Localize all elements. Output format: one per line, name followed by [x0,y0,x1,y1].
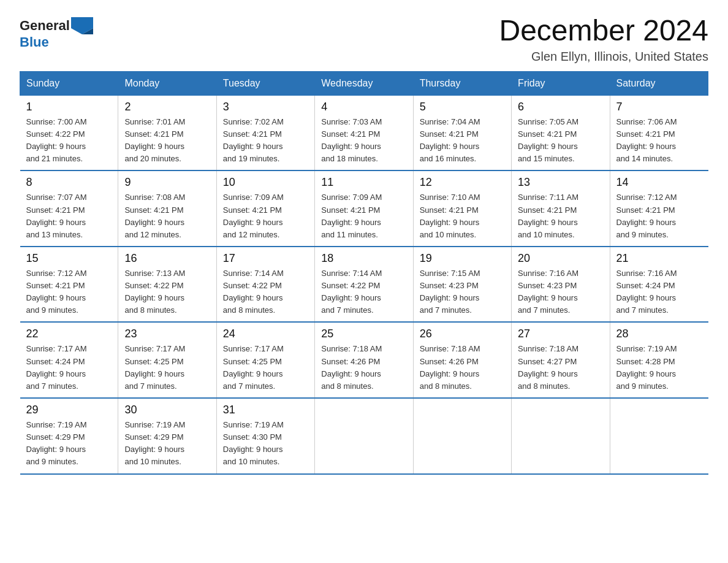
day-info: Sunrise: 7:17 AMSunset: 4:24 PMDaylight:… [26,343,112,393]
calendar-cell: 5Sunrise: 7:04 AMSunset: 4:21 PMDaylight… [413,95,511,170]
calendar-cell: 9Sunrise: 7:08 AMSunset: 4:21 PMDaylight… [118,170,216,247]
col-header-tuesday: Tuesday [216,71,314,95]
logo-blue: Blue [20,34,49,50]
col-header-wednesday: Wednesday [315,71,413,95]
logo: General Blue [20,17,93,50]
day-info: Sunrise: 7:06 AMSunset: 4:21 PMDaylight:… [616,116,702,166]
calendar-cell: 24Sunrise: 7:17 AMSunset: 4:25 PMDayligh… [216,322,314,398]
day-info: Sunrise: 7:07 AMSunset: 4:21 PMDaylight:… [26,191,112,241]
logo-general: General [20,18,70,34]
calendar-cell: 27Sunrise: 7:18 AMSunset: 4:27 PMDayligh… [512,322,610,398]
day-info: Sunrise: 7:08 AMSunset: 4:21 PMDaylight:… [124,191,210,241]
day-info: Sunrise: 7:18 AMSunset: 4:26 PMDaylight:… [420,343,505,393]
day-info: Sunrise: 7:15 AMSunset: 4:23 PMDaylight:… [420,267,505,317]
calendar-cell: 15Sunrise: 7:12 AMSunset: 4:21 PMDayligh… [20,247,118,323]
calendar-cell: 14Sunrise: 7:12 AMSunset: 4:21 PMDayligh… [610,170,708,247]
day-number: 14 [616,176,702,189]
calendar-cell: 29Sunrise: 7:19 AMSunset: 4:29 PMDayligh… [20,398,118,474]
day-info: Sunrise: 7:05 AMSunset: 4:21 PMDaylight:… [518,116,603,166]
calendar-cell [413,398,511,474]
calendar-cell: 17Sunrise: 7:14 AMSunset: 4:22 PMDayligh… [216,247,314,323]
day-info: Sunrise: 7:02 AMSunset: 4:21 PMDaylight:… [223,116,308,166]
calendar-cell: 6Sunrise: 7:05 AMSunset: 4:21 PMDaylight… [512,95,610,170]
day-info: Sunrise: 7:09 AMSunset: 4:21 PMDaylight:… [321,191,406,241]
day-info: Sunrise: 7:17 AMSunset: 4:25 PMDaylight:… [124,343,210,393]
day-number: 9 [124,176,210,189]
day-number: 23 [124,327,210,340]
calendar-cell: 31Sunrise: 7:19 AMSunset: 4:30 PMDayligh… [216,398,314,474]
calendar-cell: 11Sunrise: 7:09 AMSunset: 4:21 PMDayligh… [315,170,413,247]
calendar-cell: 19Sunrise: 7:15 AMSunset: 4:23 PMDayligh… [413,247,511,323]
calendar-week-row: 15Sunrise: 7:12 AMSunset: 4:21 PMDayligh… [20,247,708,323]
logo-icon [71,17,93,34]
day-info: Sunrise: 7:14 AMSunset: 4:22 PMDaylight:… [321,267,406,317]
day-number: 25 [321,327,406,340]
calendar-table: SundayMondayTuesdayWednesdayThursdayFrid… [20,71,708,475]
calendar-cell: 22Sunrise: 7:17 AMSunset: 4:24 PMDayligh… [20,322,118,398]
day-number: 24 [223,327,308,340]
calendar-cell: 12Sunrise: 7:10 AMSunset: 4:21 PMDayligh… [413,170,511,247]
day-info: Sunrise: 7:01 AMSunset: 4:21 PMDaylight:… [124,116,210,166]
day-number: 6 [518,101,603,113]
day-info: Sunrise: 7:19 AMSunset: 4:30 PMDaylight:… [223,419,308,469]
calendar-cell [610,398,708,474]
day-number: 20 [518,252,603,265]
calendar-cell: 23Sunrise: 7:17 AMSunset: 4:25 PMDayligh… [118,322,216,398]
calendar-cell: 8Sunrise: 7:07 AMSunset: 4:21 PMDaylight… [20,170,118,247]
calendar-week-row: 22Sunrise: 7:17 AMSunset: 4:24 PMDayligh… [20,322,708,398]
calendar-cell: 3Sunrise: 7:02 AMSunset: 4:21 PMDaylight… [216,95,314,170]
calendar-cell: 13Sunrise: 7:11 AMSunset: 4:21 PMDayligh… [512,170,610,247]
day-number: 4 [321,101,406,113]
day-info: Sunrise: 7:18 AMSunset: 4:26 PMDaylight:… [321,343,406,393]
calendar-cell: 7Sunrise: 7:06 AMSunset: 4:21 PMDaylight… [610,95,708,170]
day-info: Sunrise: 7:10 AMSunset: 4:21 PMDaylight:… [420,191,505,241]
calendar-cell [315,398,413,474]
calendar-cell: 26Sunrise: 7:18 AMSunset: 4:26 PMDayligh… [413,322,511,398]
day-number: 16 [124,252,210,265]
day-number: 11 [321,176,406,189]
day-info: Sunrise: 7:19 AMSunset: 4:29 PMDaylight:… [26,419,112,469]
day-number: 27 [518,327,603,340]
day-number: 28 [616,327,702,340]
day-info: Sunrise: 7:16 AMSunset: 4:23 PMDaylight:… [518,267,603,317]
day-number: 10 [223,176,308,189]
day-number: 12 [420,176,505,189]
page-header: General Blue December 2024 Glen Ellyn, I… [20,15,708,64]
day-info: Sunrise: 7:18 AMSunset: 4:27 PMDaylight:… [518,343,603,393]
day-number: 26 [420,327,505,340]
calendar-week-row: 1Sunrise: 7:00 AMSunset: 4:22 PMDaylight… [20,95,708,170]
day-info: Sunrise: 7:14 AMSunset: 4:22 PMDaylight:… [223,267,308,317]
day-number: 29 [26,404,112,416]
col-header-sunday: Sunday [20,71,118,95]
calendar-cell: 10Sunrise: 7:09 AMSunset: 4:21 PMDayligh… [216,170,314,247]
calendar-cell: 28Sunrise: 7:19 AMSunset: 4:28 PMDayligh… [610,322,708,398]
day-number: 5 [420,101,505,113]
day-number: 19 [420,252,505,265]
col-header-friday: Friday [512,71,610,95]
day-number: 13 [518,176,603,189]
day-info: Sunrise: 7:04 AMSunset: 4:21 PMDaylight:… [420,116,505,166]
calendar-cell: 18Sunrise: 7:14 AMSunset: 4:22 PMDayligh… [315,247,413,323]
title-block: December 2024 Glen Ellyn, Illinois, Unit… [499,15,708,64]
day-number: 17 [223,252,308,265]
col-header-saturday: Saturday [610,71,708,95]
calendar-week-row: 29Sunrise: 7:19 AMSunset: 4:29 PMDayligh… [20,398,708,474]
day-info: Sunrise: 7:12 AMSunset: 4:21 PMDaylight:… [616,191,702,241]
calendar-cell [512,398,610,474]
day-info: Sunrise: 7:00 AMSunset: 4:22 PMDaylight:… [26,116,112,166]
day-info: Sunrise: 7:19 AMSunset: 4:28 PMDaylight:… [616,343,702,393]
day-number: 1 [26,101,112,113]
day-info: Sunrise: 7:19 AMSunset: 4:29 PMDaylight:… [124,419,210,469]
day-number: 2 [124,101,210,113]
day-info: Sunrise: 7:11 AMSunset: 4:21 PMDaylight:… [518,191,603,241]
day-number: 18 [321,252,406,265]
calendar-header-row: SundayMondayTuesdayWednesdayThursdayFrid… [20,71,708,95]
day-number: 3 [223,101,308,113]
calendar-cell: 20Sunrise: 7:16 AMSunset: 4:23 PMDayligh… [512,247,610,323]
calendar-cell: 30Sunrise: 7:19 AMSunset: 4:29 PMDayligh… [118,398,216,474]
day-info: Sunrise: 7:09 AMSunset: 4:21 PMDaylight:… [223,191,308,241]
calendar-cell: 2Sunrise: 7:01 AMSunset: 4:21 PMDaylight… [118,95,216,170]
day-info: Sunrise: 7:17 AMSunset: 4:25 PMDaylight:… [223,343,308,393]
col-header-thursday: Thursday [413,71,511,95]
day-info: Sunrise: 7:16 AMSunset: 4:24 PMDaylight:… [616,267,702,317]
